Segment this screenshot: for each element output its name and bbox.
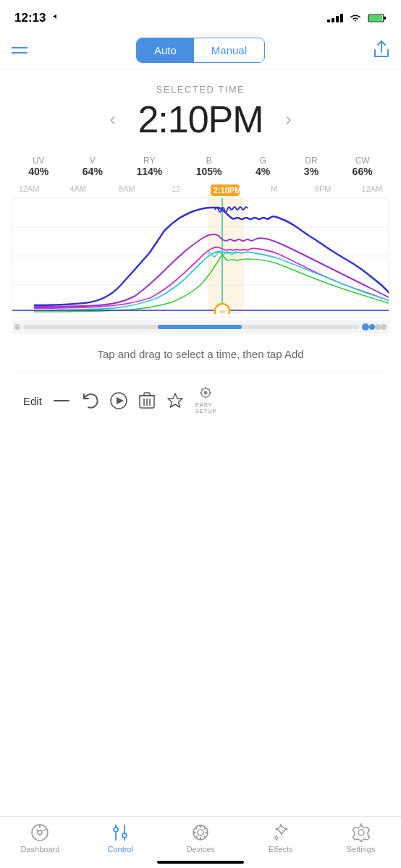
tab-dashboard-label: Dashboard [20,845,59,854]
header: Auto Manual [0,32,401,69]
undo-button[interactable] [81,393,98,409]
prev-time-btn[interactable]: ‹ [101,109,123,129]
time-label-12pm: 12 [161,184,190,196]
selected-time-label: SELECTED TIME [12,84,389,95]
tab-devices-label: Devices [186,845,214,854]
svg-point-35 [198,830,203,835]
status-time: 12:13 [14,11,59,25]
divider [12,372,389,373]
battery-icon [368,13,387,23]
minus-icon [54,399,69,402]
tab-effects[interactable]: Effects [259,822,303,854]
location-icon [49,13,59,23]
scroll-dot-left [14,324,20,330]
scroll-thumb[interactable] [158,325,242,329]
scroll-dot-2 [362,323,369,331]
status-icons [327,13,387,23]
manual-toggle-btn[interactable]: Manual [194,38,264,62]
svg-point-28 [114,827,118,832]
time-display-status: 12:13 [14,11,46,25]
stat-ry: RY 114% [136,156,162,177]
edit-toolbar: Edit [12,381,389,420]
svg-point-38 [193,832,195,834]
play-button[interactable] [110,392,127,409]
stat-dr: DR 3% [304,156,318,177]
easy-setup-icon [197,387,214,401]
dashboard-icon [30,822,50,843]
chart-scrollbar[interactable] [12,320,389,333]
menu-button[interactable] [12,47,28,54]
share-button[interactable] [373,40,389,61]
stat-b-label: B [196,156,222,166]
stat-uv-label: UV [28,156,48,166]
stat-b: B 105% [196,156,222,177]
scroll-dot-3 [369,324,375,330]
stat-uv: UV 40% [28,156,48,177]
minus-button[interactable] [54,399,69,402]
effects-icon [271,822,291,843]
star-button[interactable] [166,392,184,409]
tab-settings-label: Settings [347,845,376,854]
star-icon [166,392,184,409]
svg-line-27 [43,829,46,831]
stat-ry-label: RY [136,156,162,166]
svg-rect-1 [384,17,386,20]
tab-devices[interactable]: Devices [179,822,222,854]
scroll-dot-5 [381,324,387,330]
trash-icon [139,392,155,409]
time-label-4am: 4AM [64,184,93,196]
tab-dashboard[interactable]: Dashboard [18,822,62,854]
signal-icon [327,14,343,22]
mode-toggle[interactable]: Auto Manual [136,38,265,63]
stat-ry-value: 114% [136,166,162,177]
tab-effects-label: Effects [269,845,292,854]
stats-row: UV 40% V 64% RY 114% B 105% G 4% DR 3% C… [12,156,389,177]
time-label-8am: 8AM [112,184,141,196]
next-time-btn[interactable]: › [278,109,300,129]
chart-area[interactable]: ⇔ [12,197,389,318]
main-content: SELECTED TIME ‹ 2:10PM › UV 40% V 64% RY… [0,69,401,420]
scroll-dot-4 [375,324,381,330]
tab-control-label: Control [107,845,132,854]
stat-v: V 64% [83,156,103,177]
time-axis: 12AM 4AM 8AM 12 2:10PM M 8PM 12AM [12,184,389,196]
easy-setup-button[interactable]: EASYSETUP [195,387,216,414]
svg-point-37 [199,838,201,840]
delete-button[interactable] [139,392,155,409]
wifi-icon [349,13,362,23]
svg-line-21 [202,388,203,389]
stat-cw-label: CW [353,156,373,166]
svg-point-43 [203,835,205,837]
home-indicator [157,861,244,864]
easy-setup-label: EASYSETUP [195,401,216,414]
devices-icon [190,822,211,843]
svg-point-41 [203,827,205,829]
auto-toggle-btn[interactable]: Auto [137,38,194,62]
scroll-track[interactable] [23,325,359,329]
svg-point-36 [199,826,201,828]
svg-point-23 [204,391,208,395]
svg-rect-2 [369,15,382,21]
edit-label: Edit [23,395,42,407]
time-label-selected: 2:10PM [211,184,240,196]
stat-g-label: G [256,156,270,166]
time-label-m: M [260,184,289,196]
time-label-8pm: 8PM [308,184,337,196]
light-chart-svg[interactable]: ⇔ [12,198,389,314]
hamburger-line-1 [12,47,28,48]
stat-g-value: 4% [256,166,270,177]
time-label-12am-start: 12AM [14,184,43,196]
svg-point-44 [358,830,364,835]
undo-icon [81,393,98,409]
svg-marker-15 [168,393,182,407]
time-label-12am-end: 12AM [358,184,387,196]
svg-point-39 [205,832,207,834]
tab-settings[interactable]: Settings [339,822,383,854]
stat-cw: CW 66% [353,156,373,177]
instruction-text: Tap and drag to select a time, then tap … [12,333,389,372]
settings-icon [351,822,371,843]
tab-control[interactable]: Control [98,822,142,854]
stat-dr-value: 3% [304,166,318,177]
hamburger-line-2 [12,52,28,54]
stat-cw-value: 66% [353,166,373,177]
